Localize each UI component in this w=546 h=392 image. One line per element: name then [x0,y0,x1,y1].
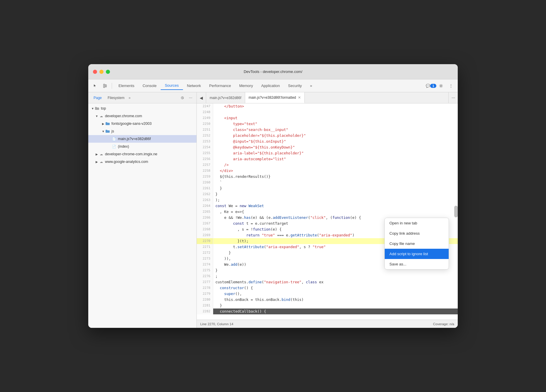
tree-label-main-js: main.js?v=e382d86f [118,137,151,141]
tree-label-chrome: developer.chrome.com [105,114,142,118]
toolbar-divider-1 [112,83,112,89]
svg-point-2 [440,85,442,86]
tree-arrow-fonts: ▶ [101,122,105,125]
code-line-2282: 2282 connectedCallback() { [197,309,458,314]
folder-icon-js [105,129,110,134]
code-line-2253: 2253 @input="${this.onInput}" [197,139,458,144]
tab-navigation: Elements Console Sources Network Perform… [114,81,425,90]
code-table: 2247 </button> 2248 2249 <input [197,103,458,314]
code-line-2262: 2262 } [197,191,458,197]
folder-icon-top [95,106,99,111]
tree-item-chrome[interactable]: ▼ ☁ developer.chrome.com [88,112,196,120]
main-content: Page Filesystem » ⋯ [88,92,458,328]
tree-item-index[interactable]: ▶ 📄 (index) [88,143,196,150]
tree-label-js: js [111,129,114,133]
cloud-icon-chrome: ☁ [99,114,104,118]
context-menu: Open in new tab Copy link address Copy f… [384,218,449,270]
status-position: Line 2270, Column 14 [200,322,233,326]
tree-label-imgix: developer-chrome-com.imgix.ne [105,152,157,156]
devtools-window: DevTools - developer.chrome.com/ Element… [88,64,458,328]
feedback-button[interactable]: 💬 1 [427,81,435,90]
code-line-2257: 2257 /> [197,162,458,168]
status-coverage: Coverage: n/a [433,322,454,326]
editor-back-button[interactable]: ◀ [197,92,206,103]
context-menu-ignore-list[interactable]: Add script to ignore list [385,249,449,259]
file-tree: ▼ top ▼ ☁ developer.chrome.com ▶ [88,103,196,328]
context-menu-copy-link[interactable]: Copy link address [385,228,449,238]
sidebar-tab-page[interactable]: Page [91,95,105,101]
editor-tab-bar: ◀ main.js?v=e382d86f main.js?v=e382d86f:… [197,92,458,103]
close-button[interactable] [93,70,97,74]
code-line-2264: 2264 const We = new WeakSet [197,203,458,209]
code-line-2265: 2265 , Ke = e=>{ [197,209,458,215]
settings-button[interactable] [437,81,445,90]
code-line-2255: 2255 aria-label="${this.placeholder}" [197,150,458,156]
toolbar-right: 💬 1 ⋮ [427,81,455,90]
scrollbar-thumb[interactable] [454,206,458,217]
tab-memory[interactable]: Memory [235,82,257,90]
context-menu-open-new-tab[interactable]: Open in new tab [385,218,449,228]
code-line-2247: 2247 </button> [197,103,458,109]
tree-item-top[interactable]: ▼ top [88,105,196,112]
tree-item-analytics[interactable]: ▶ ☁ www.google-analytics.com [88,158,196,166]
new-folder-button[interactable]: ⋯ [187,94,194,101]
sidebar: Page Filesystem » ⋯ [88,92,197,328]
editor-tab-main-js-raw[interactable]: main.js?v=e382d86f [206,92,245,103]
code-line-2252: 2252 placeholder="${this.placeholder}" [197,133,458,139]
code-line-2280: 2280 this.onBack = this.onBack.bind(this… [197,297,458,303]
svg-rect-0 [104,84,105,88]
code-line-2260: 2260 ` [197,180,458,185]
context-menu-copy-filename[interactable]: Copy file name [385,238,449,249]
code-line-2281: 2281 } [197,303,458,309]
minimize-button[interactable] [99,70,104,74]
context-menu-label-ignore: Add script to ignore list [389,252,428,256]
tab-console[interactable]: Console [138,82,161,90]
main-toolbar: Elements Console Sources Network Perform… [88,79,458,92]
context-menu-save-as[interactable]: Save as... [385,259,449,269]
sidebar-tab-bar: Page Filesystem » ⋯ [88,92,196,103]
more-options-button[interactable]: ⋮ [447,81,455,90]
tab-sources[interactable]: Sources [161,81,183,90]
status-bar: Line 2270, Column 14 Coverage: n/a [197,320,458,328]
feedback-badge: 1 [430,84,436,88]
tab-more[interactable]: » [306,82,316,90]
tree-label-fonts: fonts/google-sans-v2003 [111,122,152,126]
editor-format-toggle[interactable]: ⋯ [448,92,458,103]
editor-tab-main-js-formatted[interactable]: main.js?v=e382d86f:formatted ✕ [245,92,305,103]
maximize-button[interactable] [106,70,110,74]
sync-button[interactable] [179,94,186,101]
context-menu-label-save: Save as... [389,262,406,266]
file-icon-index: 📄 [112,144,116,149]
code-line-2259: 2259 ${this.renderResults()} [197,174,458,180]
tree-item-fonts[interactable]: ▶ fonts/google-sans-v2003 [88,120,196,127]
code-editor[interactable]: 2247 </button> 2248 2249 <input [197,103,458,320]
sidebar-tab-filesystem[interactable]: Filesystem [105,95,127,101]
editor-area: ◀ main.js?v=e382d86f main.js?v=e382d86f:… [197,92,458,328]
cursor-tool-button[interactable] [91,81,99,90]
context-menu-label-copy-filename: Copy file name [389,241,415,246]
tab-elements[interactable]: Elements [114,82,138,90]
context-menu-label-copy-link: Copy link address [389,231,420,236]
tab-security[interactable]: Security [284,82,306,90]
code-line-2254: 2254 @keydown="${this.onKeyDown}" [197,144,458,150]
editor-tab-label-formatted: main.js?v=e382d86f:formatted [249,96,296,100]
tab-network[interactable]: Network [183,82,205,90]
tree-arrow-js: ▼ [101,130,105,133]
tree-item-main-js[interactable]: ▶ 📄 main.js?v=e382d86f [88,135,196,143]
tab-performance[interactable]: Performance [205,82,235,90]
mobile-toggle-button[interactable] [101,81,109,90]
sidebar-tabs-more[interactable]: » [128,96,130,100]
editor-tab-label-raw: main.js?v=e382d86f [210,96,241,100]
editor-tab-close[interactable]: ✕ [298,96,301,100]
code-line-2279: 2279 super(), [197,291,458,297]
code-line-2276: 2276 ; [197,273,458,279]
traffic-lights [93,70,110,74]
window-title: DevTools - developer.chrome.com/ [244,69,302,74]
tree-item-js[interactable]: ▼ js [88,127,196,135]
tree-item-imgix[interactable]: ▶ ☁ developer-chrome-com.imgix.ne [88,150,196,158]
code-line-2248: 2248 [197,109,458,115]
code-line-2261: 2261 } [197,185,458,191]
code-line-2250: 2250 type="text" [197,121,458,127]
tab-application[interactable]: Application [257,82,284,90]
code-line-2251: 2251 class="search-box__input" [197,127,458,133]
